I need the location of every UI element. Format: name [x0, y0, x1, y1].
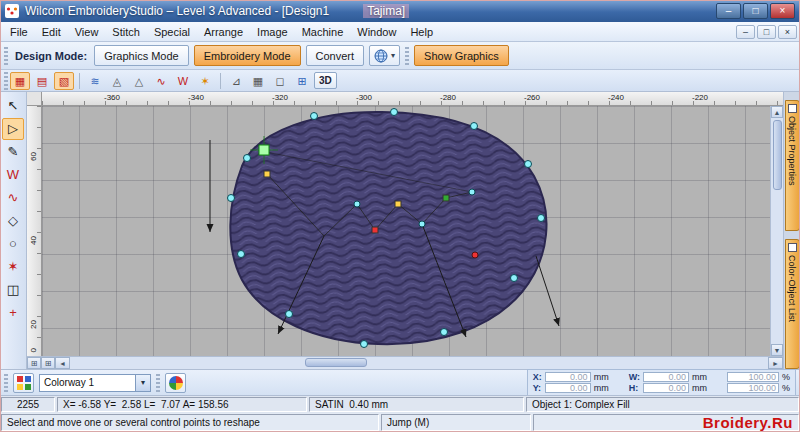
window-title: Wilcom EmbroideryStudio – Level 3 Advanc… — [25, 4, 329, 18]
ruler-icon[interactable]: ⊿ — [226, 72, 246, 90]
menu-image[interactable]: Image — [250, 24, 295, 40]
globe-dropdown-arrow: ▾ — [391, 51, 395, 60]
mirror-merge-tool[interactable]: ◫ — [2, 279, 24, 301]
scroll-up-button[interactable]: ▲ — [771, 106, 783, 118]
reshape-tool[interactable]: ▷ — [2, 118, 24, 140]
watermark-segment: Broidery.Ru — [533, 414, 799, 431]
lettering-tool[interactable]: W — [2, 164, 24, 186]
design-canvas[interactable] — [42, 106, 770, 356]
toolbar-grip[interactable] — [4, 72, 8, 90]
docked-panel-tabs: Object Properties Color-Object List — [783, 92, 800, 369]
toolbar-grip[interactable] — [156, 374, 160, 392]
child-close-button[interactable]: × — [778, 25, 797, 39]
y-unit: mm — [594, 383, 609, 393]
closed-shape-tool[interactable]: ◇ — [2, 210, 24, 232]
horizontal-ruler: -360 -340 -320 -300 -280 -260 -240 -220 — [42, 92, 783, 106]
star-fill-icon[interactable]: ✶ — [195, 72, 215, 90]
menu-arrange[interactable]: Arrange — [197, 24, 250, 40]
vertical-ruler: 60 40 20 0 — [27, 106, 42, 356]
colorway-selected-value: Colorway 1 — [40, 377, 135, 388]
width-field[interactable]: 0.00 — [643, 372, 689, 382]
scroll-down-button[interactable]: ▼ — [771, 344, 783, 356]
run-stitch-tool[interactable]: ∿ — [2, 187, 24, 209]
ruler-tick: -300 — [356, 93, 372, 102]
menu-special[interactable]: Special — [147, 24, 197, 40]
florentine-effect-icon[interactable]: W — [173, 72, 193, 90]
y-position-field[interactable]: 0.00 — [545, 383, 591, 393]
overview-window-icon[interactable]: ⊞ — [292, 72, 312, 90]
measure-tool[interactable]: + — [2, 302, 24, 324]
menu-help[interactable]: Help — [403, 24, 440, 40]
colorway-bar: Colorway 1 ▾ X: 0.00 mm W: 0.00 mm 100.0… — [0, 369, 800, 395]
select-tool[interactable]: ↖ — [2, 95, 24, 117]
contour-fill-icon[interactable]: ≋ — [85, 72, 105, 90]
menu-file[interactable]: File — [3, 24, 35, 40]
menu-machine[interactable]: Machine — [295, 24, 351, 40]
wave-effect-icon[interactable]: ∿ — [151, 72, 171, 90]
menu-window[interactable]: Window — [350, 24, 403, 40]
stitch-count: 2255 — [1, 397, 55, 412]
child-restore-button[interactable]: □ — [757, 25, 776, 39]
3d-view-button[interactable]: 3D — [314, 72, 337, 89]
child-minimize-button[interactable]: – — [736, 25, 755, 39]
split-pane-button-2[interactable]: ⊞ — [41, 357, 55, 369]
colorway-editor-button[interactable] — [13, 373, 34, 393]
toolbar-grip[interactable] — [405, 47, 409, 65]
vertical-scroll-thumb[interactable] — [773, 120, 782, 190]
complex-fill-object[interactable] — [230, 112, 546, 344]
embroidery-design[interactable] — [42, 106, 770, 356]
scale-x-field[interactable]: 100.00 — [727, 372, 779, 382]
vertical-scroll-track[interactable] — [771, 118, 783, 344]
color-wheel-button[interactable] — [165, 373, 186, 393]
tab-object-properties[interactable]: Object Properties — [785, 100, 800, 231]
open-object-tool[interactable]: ✎ — [2, 141, 24, 163]
hint-bar: Select and move one or several control p… — [0, 413, 800, 432]
minimize-button[interactable]: – — [716, 3, 741, 19]
menu-edit[interactable]: Edit — [35, 24, 68, 40]
horizontal-scroll-track[interactable] — [70, 357, 768, 369]
hoop-globe-button[interactable]: ▾ — [369, 45, 400, 66]
toolbar-grip[interactable] — [4, 374, 8, 392]
scroll-right-button[interactable]: ► — [768, 357, 783, 369]
height-field[interactable]: 0.00 — [643, 383, 689, 393]
close-button[interactable]: × — [770, 3, 795, 19]
object-properties-icon — [788, 104, 797, 113]
vertical-scrollbar[interactable]: ▲ ▼ — [770, 106, 783, 356]
menu-view[interactable]: View — [68, 24, 106, 40]
toolbar-grip[interactable] — [4, 47, 8, 65]
x-position-field[interactable]: 0.00 — [545, 372, 591, 382]
ruler-tick: 60 — [29, 152, 38, 161]
chevron-down-icon[interactable]: ▾ — [135, 375, 150, 391]
menu-stitch[interactable]: Stitch — [105, 24, 147, 40]
tab-color-object-list[interactable]: Color-Object List — [785, 239, 800, 370]
tatami-fill-icon[interactable]: ▦ — [10, 72, 30, 90]
x-label: X: — [533, 372, 542, 382]
scale-y-field[interactable]: 100.00 — [727, 383, 779, 393]
ruler-tick: -360 — [104, 93, 120, 102]
star-tool[interactable]: ✶ — [2, 256, 24, 278]
palette-icon — [17, 376, 31, 390]
ellipse-tool[interactable]: ○ — [2, 233, 24, 255]
h-unit: mm — [692, 383, 707, 393]
toolbox: ↖ ▷ ✎ W ∿ ◇ ○ ✶ ◫ + — [0, 92, 27, 369]
grid-icon[interactable]: ▦ — [248, 72, 268, 90]
maximize-button[interactable]: □ — [743, 3, 768, 19]
show-graphics-button[interactable]: Show Graphics — [414, 45, 509, 66]
colorway-select[interactable]: Colorway 1 ▾ — [39, 374, 151, 392]
split-pane-button[interactable]: ⊞ — [27, 357, 41, 369]
scroll-left-button[interactable]: ◄ — [55, 357, 70, 369]
scale-y-unit: % — [782, 383, 790, 393]
x-unit: mm — [594, 372, 609, 382]
toolbar-separator — [79, 73, 80, 89]
fusion-fill-icon[interactable]: ◬ — [107, 72, 127, 90]
offset-fill-icon[interactable]: △ — [129, 72, 149, 90]
motif-fill-icon[interactable]: ▧ — [54, 72, 74, 90]
hoop-icon[interactable]: ◻ — [270, 72, 290, 90]
satin-fill-icon[interactable]: ▤ — [32, 72, 52, 90]
horizontal-scroll-thumb[interactable] — [305, 358, 367, 367]
mdi-child-controls: – □ × — [736, 25, 797, 39]
horizontal-scrollbar[interactable]: ⊞ ⊞ ◄ ► — [27, 356, 783, 369]
convert-button[interactable]: Convert — [306, 45, 365, 66]
embroidery-mode-button[interactable]: Embroidery Mode — [194, 45, 301, 66]
graphics-mode-button[interactable]: Graphics Mode — [94, 45, 189, 66]
